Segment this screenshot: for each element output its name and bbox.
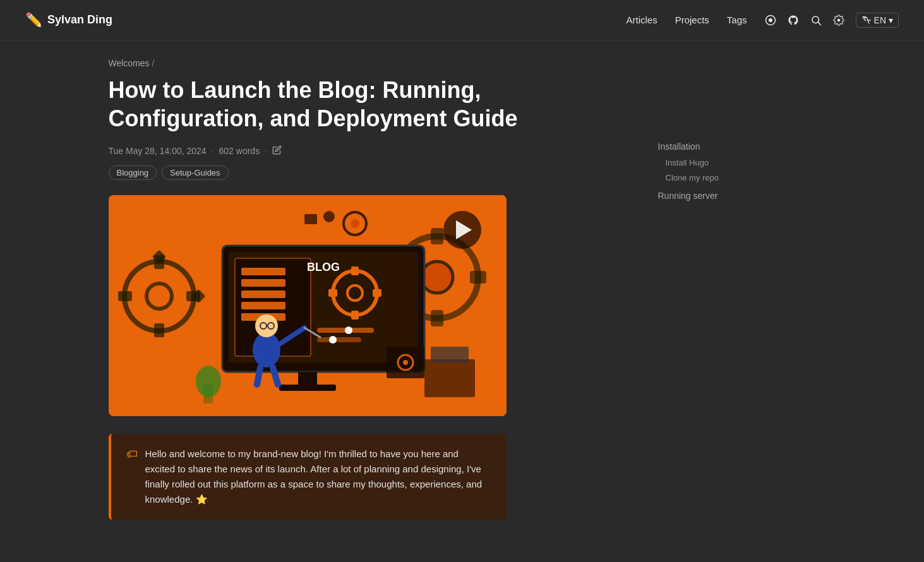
svg-rect-26 [241, 290, 285, 298]
svg-rect-33 [351, 311, 359, 320]
breadcrumb: Welcomes / [109, 58, 633, 68]
svg-rect-18 [470, 271, 486, 284]
article-tags: Blogging Setup-Guides [109, 165, 633, 180]
svg-rect-22 [279, 385, 336, 391]
nav-links: Articles Projects Tags [626, 15, 747, 25]
navbar: ✏️ Sylvan Ding Articles Projects Tags [0, 0, 924, 40]
callout-text: Hello and welcome to my brand-new blog! … [145, 446, 491, 507]
svg-line-3 [818, 22, 820, 25]
hero-image: BLOG [109, 195, 507, 416]
sidebar-section-running: Running server [658, 191, 797, 201]
search-icon[interactable] [810, 15, 822, 26]
svg-point-60 [403, 360, 408, 365]
svg-rect-32 [351, 266, 359, 275]
svg-rect-56 [424, 359, 475, 397]
settings-icon[interactable] [833, 15, 844, 26]
nav-articles[interactable]: Articles [626, 15, 657, 25]
svg-rect-24 [241, 268, 285, 275]
meta-dot-2: · [265, 146, 267, 156]
sidebar-items-installation: Install Hugo Clone my repo [658, 157, 797, 183]
callout-tag-icon: 🏷 [126, 448, 138, 507]
brand-icon: ✏️ [25, 12, 42, 28]
nav-projects[interactable]: Projects [675, 15, 709, 25]
sidebar-item-clone-repo: Clone my repo [666, 172, 797, 183]
meta-dot-1: · [212, 146, 214, 156]
svg-rect-37 [317, 337, 361, 342]
nav-tags[interactable]: Tags [727, 15, 747, 25]
svg-point-39 [329, 336, 337, 344]
svg-rect-52 [304, 214, 317, 224]
sidebar-link-clone-repo[interactable]: Clone my repo [666, 173, 719, 182]
svg-line-46 [257, 368, 260, 385]
feed-icon[interactable] [765, 15, 776, 26]
sidebar: Installation Install Hugo Clone my repo … [658, 40, 797, 535]
sidebar-item-install-hugo: Install Hugo [666, 157, 797, 168]
svg-rect-35 [373, 289, 381, 297]
brand-label: Sylvan Ding [47, 13, 112, 27]
main-content: Welcomes / How to Launch the Blog: Runni… [109, 40, 658, 535]
article-meta: Tue May 28, 14:00, 2024 · 602 words · [109, 145, 633, 157]
svg-rect-8 [154, 323, 164, 337]
github-icon[interactable] [788, 15, 799, 26]
svg-rect-15 [431, 228, 443, 244]
sidebar-section-title-running[interactable]: Running server [658, 191, 797, 201]
breadcrumb-separator: / [152, 58, 155, 68]
svg-rect-16 [431, 310, 443, 326]
sidebar-link-install-hugo[interactable]: Install Hugo [666, 158, 709, 167]
svg-text:BLOG: BLOG [307, 261, 340, 273]
callout-box: 🏷 Hello and welcome to my brand-new blog… [109, 434, 507, 520]
svg-rect-25 [241, 279, 285, 287]
edit-icon[interactable] [272, 145, 282, 157]
translate-icon [861, 15, 872, 25]
svg-rect-9 [118, 291, 132, 301]
svg-point-55 [196, 366, 221, 397]
language-selector[interactable]: EN ▾ [856, 13, 899, 28]
svg-rect-57 [431, 347, 469, 362]
lang-label: EN [874, 15, 886, 25]
article-date: Tue May 28, 14:00, 2024 [109, 146, 207, 156]
lang-chevron: ▾ [889, 15, 893, 25]
svg-rect-34 [328, 289, 337, 297]
tag-setup-guides[interactable]: Setup-Guides [162, 165, 229, 180]
svg-point-51 [351, 219, 359, 228]
nav-icons: EN ▾ [765, 13, 899, 28]
svg-rect-53 [323, 211, 335, 222]
brand-logo[interactable]: ✏️ Sylvan Ding [25, 12, 112, 28]
svg-point-1 [769, 18, 772, 22]
breadcrumb-parent[interactable]: Welcomes [109, 58, 150, 68]
svg-point-14 [421, 261, 453, 293]
svg-point-40 [253, 332, 280, 368]
sidebar-section-title-installation[interactable]: Installation [658, 141, 797, 152]
sidebar-section-installation: Installation Install Hugo Clone my repo [658, 141, 797, 183]
svg-rect-27 [241, 302, 285, 309]
content-wrapper: Welcomes / How to Launch the Blog: Runni… [83, 40, 841, 535]
tag-blogging[interactable]: Blogging [109, 165, 157, 180]
svg-point-38 [345, 326, 352, 334]
hero-illustration: BLOG [109, 195, 507, 416]
article-word-count: 602 words [219, 146, 260, 156]
article-title: How to Launch the Blog: Running, Configu… [109, 76, 633, 133]
